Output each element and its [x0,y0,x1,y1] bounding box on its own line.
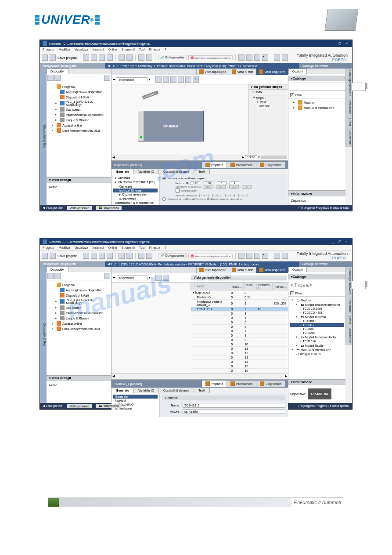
menu-tool[interactable]: Tool [139,48,145,51]
table-row[interactable]: Interfaccia batteria valvole_101256...25… [191,300,288,307]
breadcrumb[interactable]: ◀ ...C_1 [CPU 1211C AC/DC/Rly]▸ Periferi… [105,63,299,69]
table-row[interactable]: 015 [191,364,288,369]
device-canvas[interactable] [111,283,191,373]
undo-icon[interactable] [119,54,125,61]
table-row[interactable]: 013 [191,355,288,360]
table-row[interactable]: 010 [191,342,288,347]
props-tab[interactable]: Informazioni [227,162,256,168]
dev-icon-4[interactable] [178,76,184,83]
tree-item[interactable]: ▸Informazioni sul documento [48,310,109,316]
catalog-item[interactable]: ▾🗀 Moduli Ingresso Uscita [290,335,344,339]
menubar[interactable]: Progetto Modifica Visualizza Inserisci O… [40,245,352,250]
props-nav-item[interactable]: Generale [113,395,158,399]
tree-item[interactable]: ▸Accessi online [48,321,109,326]
tree-item[interactable]: ▸Card Reader/memoria USB [48,128,109,133]
close-icon[interactable]: × [262,54,268,61]
props-nav-item[interactable]: ▸ Generale [113,176,158,180]
tab-dispositivi[interactable]: Dispositivi [47,69,68,74]
tree-item[interactable]: ▸Lingue & Risorse [48,117,109,123]
props-nav-item[interactable]: Ingressi [113,399,158,403]
props-tab[interactable]: Informazioni [227,381,256,387]
tree-item[interactable]: Dispositivi & Reti [48,94,109,100]
catalog-item[interactable]: ▸🗀 Moduli Uscite [290,343,344,348]
tree-item[interactable]: ▸PLC_1 [CPU 1211C AC/DC/Rly] [48,298,109,305]
table-row[interactable]: 012 [191,351,288,355]
cut-icon[interactable] [83,54,89,61]
catalog-search[interactable] [290,281,366,289]
menu-visualizza[interactable]: Visualizza [75,48,88,51]
table-row[interactable]: TC8I412_10268 [191,307,288,312]
ip-4[interactable]: 2 [230,181,239,185]
tab-opzioni[interactable]: Opzioni [288,69,307,74]
props-tab[interactable]: Diagnostica [256,162,285,168]
tree-item[interactable]: ▸Dati comuni [48,305,109,310]
side-tab-ordini[interactable]: Ordini [345,116,352,128]
table-row[interactable]: 06 [191,325,288,329]
status-general[interactable]: Vista generale [67,206,92,210]
props-subtab[interactable]: Variabile IO [134,388,159,393]
tool-icon-d[interactable] [274,54,280,61]
tree-item[interactable]: ▸Informazioni sul documento [48,112,109,117]
catalog-item[interactable]: ▫ TC832IO [290,331,344,335]
props-subtab[interactable]: Costanti di sistema [159,169,194,174]
tree-item[interactable]: ▸PLC_1 [CPU 1211C AC/DC/Rly] [48,100,109,107]
project-tree[interactable]: Progetto1Aggiungi nuovo dispositivoDispo… [47,82,111,177]
save-button[interactable]: Salva progetto [58,56,77,59]
props-tab[interactable]: Proprietà [202,381,227,387]
tree-item[interactable]: Progetto1 [48,282,109,287]
plc-rack[interactable]: DP-NORM [138,111,204,141]
ip-2[interactable]: 168 [204,181,213,185]
paste-icon[interactable] [99,54,105,61]
tree-item[interactable]: Dispositivi & Reti [48,293,109,298]
catalog-item[interactable]: ▫ TC2ECD-4BIT [290,311,344,315]
catalog-item[interactable]: ▾🗀 Modulo di intestazione [290,348,344,352]
catalog-item[interactable]: ▫ Famiglia TCxPN [290,352,344,356]
status-device[interactable]: 📟 txxpnxxxxx [96,206,121,210]
props-subtab[interactable]: Generale [111,169,134,174]
tree-item[interactable]: Aggiungi nuovo dispositivo [48,287,109,293]
view-tab[interactable]: Vista topologica [196,267,229,273]
name-input[interactable]: TC8I412_1 [183,403,285,408]
tree-item[interactable]: ▸Modulo di intestazione [290,105,344,110]
tree-item[interactable]: ▸Accessi online [48,123,109,128]
dev-icon-5[interactable] [185,76,191,83]
view-tab[interactable]: Vista dispositivi [256,267,288,273]
tree-item[interactable]: Aggiungi nuovo dispositivo [48,89,109,94]
tree-icon-2[interactable] [54,75,61,81]
tree-item[interactable]: ▸Card Reader/memoria USB [48,326,109,331]
props-nav[interactable]: ▸ Generale▾ Interfaccia PROFINET [X1] Ge… [111,174,160,205]
table-row[interactable]: 04 [191,316,288,320]
dev-icon-1[interactable] [155,76,162,83]
tree-item[interactable]: Progetto1 [48,84,109,89]
tool-icon-b[interactable] [246,54,252,61]
tool-icon-c[interactable] [254,54,260,61]
table-row[interactable]: 03 [191,312,288,316]
props-nav-item[interactable]: Identification & Maintenance [113,201,158,205]
menubar[interactable]: Progetto Modifica Visualizza Inserisci O… [40,47,352,52]
go-offline-button[interactable]: ⛔ Interrompi collegamento online [188,55,233,60]
tree-icon-1[interactable] [47,75,54,81]
ip-1[interactable]: 192 [191,181,200,185]
catalog-item[interactable]: ▫ TC16I812 [290,319,344,323]
catalog-search[interactable] [290,83,366,91]
ip-3[interactable]: 0 [217,181,227,185]
table-row[interactable]: 05 [191,320,288,325]
props-subtab[interactable]: Generale [111,388,134,393]
catalog-item[interactable]: ▾🗀 Modulo [290,298,344,302]
props-nav-item[interactable]: ID hardware [113,197,158,201]
download-icon[interactable] [138,54,144,61]
copy-icon[interactable] [91,54,97,61]
zoom-icon[interactable]: 🔍 [193,76,199,83]
view-tab[interactable]: Vista di rete [229,69,256,75]
catalog-item[interactable]: ▾🗀 Moduli chiusure elettriche [290,302,344,307]
side-tab-test[interactable]: Test online [345,98,352,116]
table-row[interactable]: ▾ txxpnxxxxx00 [191,290,288,295]
menu-progetto[interactable]: Progetto [43,48,54,51]
props-subtab[interactable]: Testi [194,388,209,393]
author-input[interactable]: cantarello [183,409,285,414]
menu-finestra[interactable]: Finestra [149,48,160,51]
catalog-item[interactable]: ▫ TC8I412 [290,323,344,327]
slot-overview[interactable]: Vista generale dispos 🍸Unità ▾txxpn... ▸… [248,84,288,154]
filter-checkbox[interactable] [290,93,294,97]
catalog-item[interactable]: ▫ TC8I808 [290,327,344,331]
